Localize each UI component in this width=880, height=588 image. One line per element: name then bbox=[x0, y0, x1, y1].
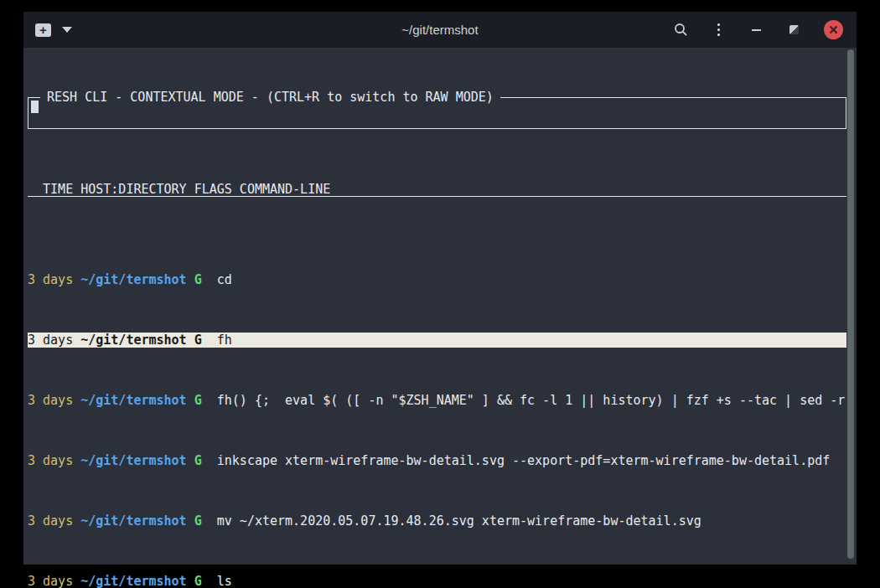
plus-icon: + bbox=[39, 23, 47, 36]
minimize-icon bbox=[752, 29, 761, 31]
minimize-button[interactable] bbox=[748, 23, 764, 38]
history-time: 3 days bbox=[28, 513, 73, 529]
history-command: mv ~/xterm.2020.05.07.19.48.26.svg xterm… bbox=[217, 513, 701, 529]
history-directory: ~/git/termshot bbox=[80, 393, 186, 408]
resh-search-box[interactable]: RESH CLI - CONTEXTUAL MODE - (CTRL+R to … bbox=[28, 97, 846, 129]
close-icon bbox=[829, 25, 838, 34]
history-row[interactable]: 3 days ~/git/termshot G fh bbox=[28, 333, 846, 348]
kebab-icon bbox=[717, 23, 720, 26]
history-flags: G bbox=[194, 272, 202, 287]
history-flags: G bbox=[194, 453, 202, 468]
history-command: fh() {; eval $( ([ -n "$ZSH_NAME" ] && f… bbox=[217, 393, 846, 408]
history-flags: G bbox=[194, 333, 202, 348]
terminal-content[interactable]: RESH CLI - CONTEXTUAL MODE - (CTRL+R to … bbox=[23, 48, 857, 565]
history-flags: G bbox=[194, 393, 202, 408]
history-table-header: TIME HOST:DIRECTORY FLAGS COMMAND-LINE bbox=[28, 182, 846, 197]
scrollbar-thumb[interactable] bbox=[847, 49, 854, 559]
history-row[interactable]: 3 days ~/git/termshot G fh() {; eval $( … bbox=[28, 393, 846, 408]
search-icon bbox=[674, 23, 688, 37]
history-time: 3 days bbox=[28, 333, 73, 348]
history-command: ls bbox=[217, 574, 232, 588]
history-directory: ~/git/termshot bbox=[80, 453, 186, 468]
history-table: 3 days ~/git/termshot G cd 3 days ~/git/… bbox=[28, 242, 846, 588]
history-directory: ~/git/termshot bbox=[80, 513, 186, 529]
restore-icon bbox=[789, 25, 799, 34]
history-command: fh bbox=[217, 333, 232, 348]
chevron-down-icon[interactable] bbox=[62, 27, 72, 33]
new-tab-button[interactable]: + bbox=[35, 23, 51, 37]
history-directory: ~/git/termshot bbox=[80, 272, 186, 287]
resh-search-box-title: RESH CLI - CONTEXTUAL MODE - (CTRL+R to … bbox=[40, 90, 500, 105]
text-cursor bbox=[31, 101, 39, 113]
close-button[interactable] bbox=[824, 20, 843, 39]
history-time: 3 days bbox=[28, 453, 73, 468]
history-flags: G bbox=[194, 513, 202, 529]
history-row[interactable]: 3 days ~/git/termshot G mv ~/xterm.2020.… bbox=[28, 513, 846, 529]
history-flags: G bbox=[194, 574, 202, 588]
history-command: cd bbox=[217, 272, 232, 287]
menu-button[interactable] bbox=[711, 23, 726, 38]
history-time: 3 days bbox=[28, 574, 73, 588]
history-directory: ~/git/termshot bbox=[80, 574, 186, 588]
history-row[interactable]: 3 days ~/git/termshot G ls bbox=[28, 574, 846, 588]
terminal-window: + ~/git/termshot bbox=[23, 12, 857, 560]
titlebar[interactable]: + ~/git/termshot bbox=[23, 12, 857, 48]
history-directory: ~/git/termshot bbox=[80, 333, 186, 348]
history-row[interactable]: 3 days ~/git/termshot G cd bbox=[28, 272, 846, 287]
history-time: 3 days bbox=[28, 393, 73, 408]
history-command: inkscape xterm-wireframe-bw-detail.svg -… bbox=[217, 453, 831, 468]
search-button[interactable] bbox=[673, 23, 688, 38]
history-time: 3 days bbox=[28, 272, 73, 287]
history-row[interactable]: 3 days ~/git/termshot G inkscape xterm-w… bbox=[28, 453, 846, 468]
restore-button[interactable] bbox=[786, 23, 801, 38]
